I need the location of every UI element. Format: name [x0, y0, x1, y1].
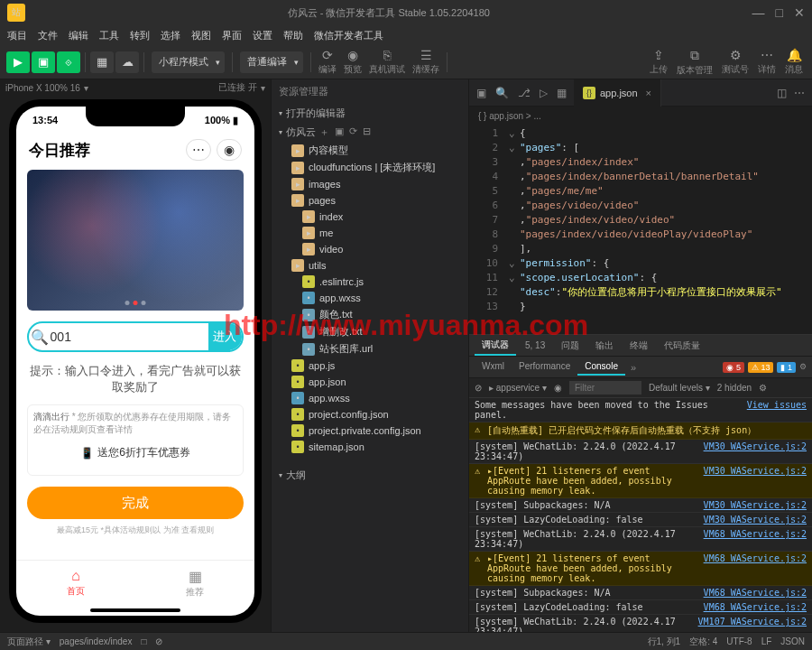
devtools-settings-icon[interactable]: ⚙	[799, 362, 807, 373]
dtleft-终端[interactable]: 终端	[623, 337, 655, 355]
split-editor-icon[interactable]: ◫	[777, 87, 787, 99]
tree-cloudfunctions | [未选择环境][interactable]: ▸cloudfunctions | [未选择环境]	[272, 159, 468, 176]
dt-Wxml[interactable]: Wxml	[475, 358, 512, 376]
tool-编译[interactable]: ⟳编译	[318, 48, 337, 76]
sb-JSON[interactable]: JSON	[780, 636, 805, 646]
debugger-button[interactable]: ⟐	[57, 51, 80, 73]
sb-空格: 4[interactable]: 空格: 4	[689, 636, 717, 648]
tree-颜色.txt[interactable]: •颜色.txt	[272, 306, 468, 323]
collapse-icon[interactable]: ⊟	[363, 125, 371, 139]
tree-app.js[interactable]: •app.js	[272, 358, 468, 374]
tree-pages[interactable]: ▸pages	[272, 192, 468, 209]
refresh-icon[interactable]: ⟳	[349, 125, 357, 139]
breadcrumb[interactable]: { } app.json > ...	[469, 107, 812, 125]
sb-pages/index/index[interactable]: pages/index/index	[60, 636, 133, 646]
tree-站长图库.url[interactable]: •站长图库.url	[272, 340, 468, 358]
dtleft-代码质量[interactable]: 代码质量	[657, 337, 707, 355]
close-icon[interactable]: ✕	[794, 5, 805, 20]
debug-icon[interactable]: ▷	[540, 87, 548, 99]
console-context[interactable]: ▸ appservice ▾	[489, 383, 547, 393]
console-clear-icon[interactable]: ⊘	[475, 383, 482, 393]
menu-编辑[interactable]: 编辑	[69, 29, 88, 42]
console-filter-input[interactable]	[569, 381, 641, 395]
tree-增删改.txt[interactable]: •增删改.txt	[272, 323, 468, 340]
tool-真机调试[interactable]: ⎘真机调试	[369, 48, 405, 76]
warning-count-badge[interactable]: ⚠ 13	[748, 362, 774, 373]
menu-视图[interactable]: 视图	[191, 29, 211, 42]
compile-select[interactable]: 普通编译	[240, 51, 303, 73]
info-count-badge[interactable]: ▮ 1	[777, 362, 796, 373]
tool-版本管理[interactable]: ⧉版本管理	[677, 48, 713, 77]
sb-□[interactable]: □	[141, 636, 146, 646]
dt-Console[interactable]: Console	[577, 358, 625, 376]
tree-video[interactable]: ▸video	[272, 241, 468, 257]
menu-转到[interactable]: 转到	[130, 29, 150, 42]
menu-文件[interactable]: 文件	[38, 29, 58, 42]
tree-app.wxss[interactable]: •app.wxss	[272, 290, 468, 306]
tool-预览[interactable]: ◉预览	[344, 48, 362, 76]
sb-UTF-8[interactable]: UTF-8	[726, 636, 752, 646]
tree-.eslintrc.js[interactable]: •.eslintrc.js	[272, 274, 468, 290]
capsule-more-icon[interactable]: ⋯	[186, 139, 211, 161]
tree-images[interactable]: ▸images	[272, 176, 468, 192]
maximize-icon[interactable]: □	[776, 5, 783, 20]
banner-image[interactable]	[27, 170, 244, 311]
outline-section[interactable]: 大纲	[272, 466, 468, 485]
editor-button[interactable]: ▣	[32, 51, 55, 73]
log-levels-select[interactable]: Default levels ▾	[649, 383, 710, 393]
sb-页面路径 ▾[interactable]: 页面路径 ▾	[7, 636, 51, 648]
console-settings-icon[interactable]: ⚙	[759, 383, 767, 393]
menu-设置[interactable]: 设置	[253, 29, 272, 42]
scm-icon[interactable]: ⎇	[518, 87, 531, 99]
menu-项目[interactable]: 项目	[7, 29, 27, 42]
sb-行1, 列1[interactable]: 行1, 列1	[648, 636, 681, 648]
device-label[interactable]: iPhone X 100% 16	[5, 83, 80, 93]
editor-tab-appjson[interactable]: {}app.json×	[574, 79, 661, 107]
enter-button[interactable]: 进入	[208, 323, 242, 350]
simulator-button[interactable]: ▶	[6, 51, 30, 73]
minimize-icon[interactable]: —	[752, 5, 765, 20]
done-button[interactable]: 完成	[27, 487, 244, 519]
sb-LF[interactable]: LF	[761, 636, 772, 646]
open-editors-section[interactable]: 打开的编辑器	[272, 104, 468, 123]
dtleft-调试器[interactable]: 调试器	[475, 336, 516, 356]
hidden-count[interactable]: 2 hidden	[717, 383, 752, 393]
code-editor[interactable]: 1⌄{2⌄"pages": [3,"pages/index/index"4,"p…	[469, 125, 812, 334]
eye-icon[interactable]: ◉	[554, 383, 562, 393]
dtleft-问题[interactable]: 问题	[554, 337, 586, 355]
tab-首页[interactable]: ⌂首页	[16, 561, 135, 605]
tree-sitemap.json[interactable]: •sitemap.json	[272, 439, 468, 455]
tree-内容模型[interactable]: ▸内容模型	[272, 142, 468, 159]
tree-project.config.json[interactable]: •project.config.json	[272, 406, 468, 422]
more-actions-icon[interactable]: ⋯	[794, 87, 805, 99]
dtleft-5, 13[interactable]: 5, 13	[518, 338, 552, 353]
cloud-dev-button[interactable]: ☁	[115, 51, 139, 73]
explorer-icon[interactable]: ▣	[476, 87, 486, 99]
tab-推荐[interactable]: ▦推荐	[135, 561, 254, 605]
sb-⊘[interactable]: ⊘	[155, 636, 162, 646]
dt-Performance[interactable]: Performance	[512, 358, 577, 376]
tree-index[interactable]: ▸index	[272, 209, 468, 225]
menu-微信开发者工具[interactable]: 微信开发者工具	[314, 29, 383, 42]
tool-测试号[interactable]: ⚙测试号	[722, 48, 749, 77]
tree-app.json[interactable]: •app.json	[272, 374, 468, 390]
dtleft-输出[interactable]: 输出	[588, 337, 621, 355]
new-folder-icon[interactable]: ▣	[335, 125, 344, 139]
tool-消息[interactable]: 🔔消息	[785, 48, 803, 77]
capsule-close-icon[interactable]: ◉	[217, 139, 242, 161]
tool-上传[interactable]: ⇪上传	[650, 48, 668, 77]
tree-app.wxss[interactable]: •app.wxss	[272, 390, 468, 406]
tab-close-icon[interactable]: ×	[646, 88, 651, 98]
tree-me[interactable]: ▸me	[272, 225, 468, 241]
tree-utils[interactable]: ▸utils	[272, 257, 468, 274]
tree-project.private.config.json[interactable]: •project.private.config.json	[272, 422, 468, 439]
search-panel-icon[interactable]: 🔍	[495, 87, 509, 99]
mode-select[interactable]: 小程序模式	[152, 51, 225, 73]
menu-帮助[interactable]: 帮助	[283, 29, 303, 42]
menu-界面[interactable]: 界面	[222, 29, 242, 42]
tool-清缓存[interactable]: ☰清缓存	[412, 48, 439, 76]
visualize-button[interactable]: ▦	[90, 51, 114, 73]
menu-选择[interactable]: 选择	[161, 29, 180, 42]
error-count-badge[interactable]: ◉ 5	[723, 362, 744, 373]
extensions-icon[interactable]: ▦	[557, 87, 567, 99]
